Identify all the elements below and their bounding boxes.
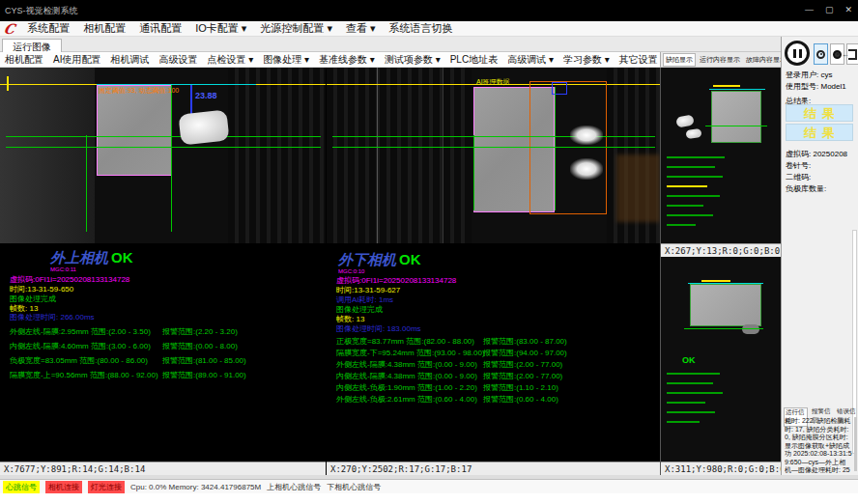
virtual-code-row: 虚拟码: 20250208	[786, 149, 847, 159]
camera-name: 外下相机	[338, 251, 396, 267]
camera-image-outer-upper[interactable]: 固定阈值:93, 动态阈值:100 23.88	[0, 68, 326, 243]
login-user-label: 登录用户:	[786, 70, 818, 79]
menu-language-switch[interactable]: 系统语言切换	[383, 21, 460, 36]
close-button[interactable]: ✕	[844, 5, 852, 14]
text-line-decoration	[667, 411, 715, 413]
measurement-text: 内侧左线-隔膜:4.38mm 范围:(0.00 - 9.00)	[336, 372, 477, 380]
virtual-code-value: 20250208	[813, 150, 847, 158]
camera-name: 外上相机	[50, 249, 108, 266]
machine-edge-line	[377, 68, 378, 243]
defect-image-top[interactable]	[661, 68, 782, 243]
tool-other-settings[interactable]: 其它设置 ▾	[615, 53, 660, 67]
menu-system-config[interactable]: 系统配置	[20, 21, 76, 36]
cpu-memory-text: Cpu: 0.0% Memory: 3424.41796875M	[130, 483, 261, 491]
model-value: Model1	[820, 82, 845, 91]
process-time-text: 图像处理时间: 183.00ms	[336, 323, 421, 334]
green-measure-line	[6, 136, 321, 137]
green-measure-line	[705, 126, 767, 126]
tool-image-processing[interactable]: 图像处理 ▾	[258, 53, 314, 67]
text-line-decoration	[667, 195, 720, 197]
ai-region-label: AI推理数据	[476, 77, 510, 87]
machine-edge-line	[443, 68, 443, 243]
tool-plc-address[interactable]: PLC地址表	[445, 53, 502, 67]
model-label: 使用型号:	[786, 82, 818, 91]
product-thumbnail	[711, 91, 761, 143]
camera-view-button[interactable]	[814, 43, 828, 65]
measurement-text: 负极宽度=83.05mm 范围:(80.00 - 86.00)	[10, 356, 148, 365]
measurement-row: 内侧左线-隔膜:4.38mm 范围:(0.00 - 9.00) 报警范围:(2.…	[336, 371, 660, 381]
menu-camera-config[interactable]: 相机配置	[76, 21, 132, 36]
green-measure-line	[6, 147, 321, 148]
tool-test-params[interactable]: 测试项参数 ▾	[380, 53, 445, 67]
menu-comm-config[interactable]: 通讯配置	[132, 21, 188, 36]
camera-image-outer-lower[interactable]: AI推理数据	[327, 68, 660, 243]
measurement-row: 外侧左线-负极:2.61mm 范围:(0.60 - 4.00) 报警范围:(0.…	[336, 394, 660, 405]
text-line-decoration	[667, 214, 713, 216]
result-ok: OK	[399, 251, 421, 267]
defect-image-bottom[interactable]: OK	[661, 257, 782, 462]
tool-advanced-debug[interactable]: 高级调试 ▾	[502, 53, 558, 67]
text-line-decoration	[667, 176, 723, 178]
tab-run-content[interactable]: 运行内容显示	[698, 54, 742, 66]
tab-defect-display[interactable]: 缺陷显示	[663, 53, 696, 67]
background-band	[0, 68, 95, 243]
camera-view-outer-lower[interactable]: AI推理数据 外下相机OK MGC:0:10 虚拟码:0FI1i=2025020…	[327, 68, 660, 475]
pause-button[interactable]	[785, 41, 810, 66]
menu-view[interactable]: 查看 ▾	[339, 21, 383, 36]
trigger-info: MGC:0:11	[50, 266, 76, 272]
model-row: 使用型号: Model1	[786, 81, 846, 92]
log-scrollbar[interactable]	[854, 417, 857, 471]
title-bar: CYS-视觉检测系统 — ▢ ✕	[0, 0, 858, 21]
camera-view-outer-upper[interactable]: 固定阈值:93, 动态阈值:100 23.88 外上相机OK MGC:0:11 …	[0, 68, 326, 475]
clip-blob	[742, 324, 759, 334]
virtual-code-label: 虚拟码:	[786, 150, 811, 158]
measurement-text: 内侧左线-负极:1.90mm 范围:(1.00 - 2.20)	[336, 383, 477, 392]
measurement-text: 外侧左线-隔膜:2.95mm 范围:(2.00 - 3.50)	[10, 327, 151, 336]
qr-code-label: 二维码:	[786, 172, 811, 182]
threshold-label: 固定阈值:93, 动态阈值:100	[99, 86, 179, 96]
alarm-range-text: 报警范围:(81.00 - 85.00)	[162, 355, 246, 366]
measurement-text: 隔膜宽度-上=90.56mm 范围:(88.00 - 92.00)	[10, 371, 158, 379]
alarm-range-text: 报警范围:(83.00 - 87.00)	[483, 336, 567, 347]
maximize-button[interactable]: ▢	[825, 5, 834, 14]
measurement-row: 隔膜宽度-下=95.24mm 范围:(93.00 - 98.00) 报警范围:(…	[336, 348, 660, 358]
tool-advanced-settings[interactable]: 高级设置	[154, 53, 202, 67]
defect-view-bottom[interactable]: OK X:311;Y:980;R:0;G:0;B:0	[660, 257, 782, 475]
cursor-pixel-status: X:311;Y:980;R:0;G:0;B:0	[661, 462, 782, 475]
edge-marker-line	[7, 76, 9, 91]
camera-icon	[833, 50, 842, 59]
tool-ai-usage-config[interactable]: AI使用配置	[48, 53, 105, 67]
green-edge-line	[171, 85, 172, 232]
tool-learning-params[interactable]: 学习参数 ▾	[558, 53, 615, 67]
green-edge-line	[473, 135, 474, 210]
warm-reflection	[616, 154, 660, 222]
light-connection-badge: 灯光连接	[88, 481, 125, 493]
tool-camera-debug[interactable]: 相机调试	[105, 53, 154, 67]
tool-camera-config[interactable]: 相机配置	[0, 53, 48, 67]
led-reflection	[570, 126, 603, 145]
process-time-text: 图像处理时间: 266.00ms	[10, 312, 95, 322]
app-logo-icon: C	[2, 21, 16, 37]
minimize-button[interactable]: —	[805, 5, 814, 14]
anode-count-label: 负极库数量:	[786, 183, 826, 194]
tool-baseline-params[interactable]: 基准线参数 ▾	[314, 53, 380, 67]
alarm-range-text: 报警范围:(2.20 - 3.20)	[162, 326, 238, 337]
green-edge-line	[555, 87, 556, 210]
defect-view-top[interactable]: X:267;Y:13;R:0;G:0;B:0	[660, 68, 782, 257]
application-window: CYS-视觉检测系统 — ▢ ✕ C 系统配置 相机配置 通讯配置 IO卡配置 …	[0, 0, 858, 504]
alarm-range-text: 报警范围:(0.60 - 4.00)	[483, 394, 558, 405]
measurement-row: 外侧左线-隔膜:2.95mm 范围:(2.00 - 3.50) 报警范围:(2.…	[10, 326, 326, 337]
exit-button[interactable]	[846, 43, 858, 65]
alarm-range-text: 报警范围:(89.00 - 91.00)	[162, 370, 246, 380]
tool-spot-check[interactable]: 点检设置 ▾	[202, 53, 258, 67]
menu-io-config[interactable]: IO卡配置 ▾	[188, 21, 253, 36]
heartbeat-badge: 心跳信号	[3, 481, 40, 493]
text-line-decoration	[667, 185, 707, 187]
text-line-decoration	[713, 85, 740, 87]
product-region	[97, 85, 172, 176]
menu-light-config[interactable]: 光源控制配置 ▾	[253, 21, 339, 36]
measurement-row: 隔膜宽度-上=90.56mm 范围:(88.00 - 92.00) 报警范围:(…	[10, 370, 326, 380]
text-line-decoration	[667, 373, 720, 375]
alarm-range-text: 报警范围:(2.00 - 77.00)	[483, 371, 562, 381]
alarm-range-text: 报警范围:(0.00 - 8.00)	[162, 341, 238, 351]
